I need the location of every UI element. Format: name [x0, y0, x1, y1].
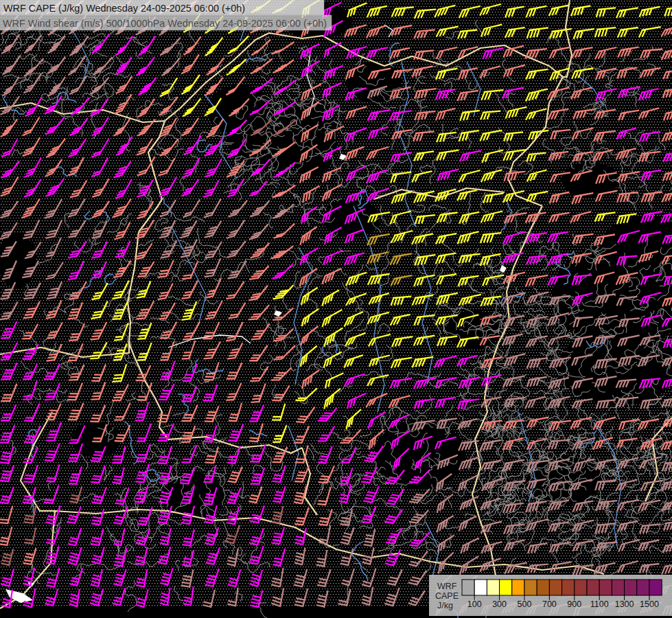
svg-text:CAPE: CAPE — [435, 591, 459, 601]
svg-text:WRF CAPE (J/kg) Wednesday 24-0: WRF CAPE (J/kg) Wednesday 24-09-2025 06:… — [3, 2, 245, 14]
svg-text:700: 700 — [542, 599, 557, 609]
svg-text:WRF: WRF — [437, 582, 457, 591]
svg-text:300: 300 — [492, 599, 507, 609]
svg-text:900: 900 — [567, 599, 581, 609]
svg-text:1300: 1300 — [615, 599, 634, 609]
svg-text:1500: 1500 — [640, 599, 659, 609]
svg-text:WRF Wind shear (m/s) 500/1000h: WRF Wind shear (m/s) 500/1000hPa Wednesd… — [3, 18, 327, 29]
svg-text:500: 500 — [518, 599, 532, 609]
svg-text:100: 100 — [467, 599, 482, 609]
svg-text:J/kg: J/kg — [437, 601, 453, 610]
svg-text:1100: 1100 — [590, 599, 609, 609]
